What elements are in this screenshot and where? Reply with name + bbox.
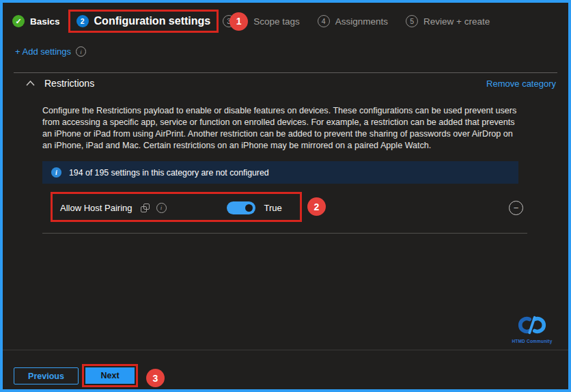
add-settings-label: + Add settings bbox=[15, 46, 71, 57]
info-icon[interactable]: i bbox=[156, 203, 167, 213]
chevron-up-icon[interactable] bbox=[26, 81, 35, 86]
allow-host-pairing-toggle[interactable] bbox=[227, 201, 255, 214]
step-number-icon: 5 bbox=[406, 15, 418, 27]
logo-mark bbox=[515, 314, 549, 336]
toggle-value-label: True bbox=[264, 203, 282, 213]
step-review-create[interactable]: 5 Review + create bbox=[406, 15, 490, 27]
step-number-icon: 2 bbox=[76, 15, 89, 27]
divider bbox=[42, 233, 527, 234]
step-label: Assignments bbox=[335, 16, 388, 27]
logo-text: HTMD Community bbox=[511, 339, 553, 344]
info-icon: i bbox=[51, 167, 61, 178]
copy-pages-icon[interactable] bbox=[141, 204, 150, 212]
step-label-configuration-settings[interactable]: Configuration settings bbox=[94, 15, 211, 27]
step-label: Scope tags bbox=[253, 16, 300, 27]
add-settings-link[interactable]: + Add settings i bbox=[15, 46, 86, 57]
remove-category-link[interactable]: Remove category bbox=[486, 79, 556, 89]
annotation-box-step2: 2 Configuration settings bbox=[68, 10, 219, 33]
setting-label: Allow Host Pairing bbox=[60, 203, 133, 213]
previous-button[interactable]: Previous bbox=[14, 367, 79, 384]
annotation-circle-3: 3 bbox=[146, 369, 165, 387]
annotation-circle-2: 2 bbox=[307, 197, 326, 216]
category-description: Configure the Restrictions payload to en… bbox=[42, 105, 520, 152]
annotation-box-next: Next bbox=[82, 364, 138, 387]
info-banner-text: 194 of 195 settings in this category are… bbox=[69, 168, 269, 178]
toggle-knob bbox=[245, 204, 253, 212]
step-number-icon: 4 bbox=[318, 15, 330, 27]
remove-setting-button[interactable]: − bbox=[509, 201, 523, 215]
wizard-page: ✓ Basics 2 Configuration settings 3 1 Sc… bbox=[0, 0, 571, 392]
annotation-circle-1: 1 bbox=[229, 12, 248, 31]
step-assignments[interactable]: 4 Assignments bbox=[318, 15, 388, 27]
check-icon: ✓ bbox=[12, 15, 25, 27]
category-title: Restrictions bbox=[44, 78, 94, 89]
htmd-community-logo: HTMD Community bbox=[511, 314, 553, 344]
step-label: Review + create bbox=[423, 16, 490, 27]
category-header: Restrictions Remove category bbox=[26, 78, 556, 89]
step-scope-tags[interactable]: 3 1 Scope tags bbox=[223, 12, 300, 31]
footer-divider bbox=[3, 350, 568, 350]
wizard-stepper: ✓ Basics 2 Configuration settings 3 1 Sc… bbox=[12, 5, 490, 37]
next-button[interactable]: Next bbox=[85, 367, 135, 384]
info-banner: i 194 of 195 settings in this category a… bbox=[42, 161, 518, 184]
divider bbox=[14, 72, 557, 73]
step-basics[interactable]: ✓ Basics bbox=[12, 15, 60, 27]
step-label: Basics bbox=[30, 16, 60, 27]
info-icon[interactable]: i bbox=[76, 46, 86, 57]
setting-row-allow-host-pairing: Allow Host Pairing i True − bbox=[60, 196, 523, 219]
